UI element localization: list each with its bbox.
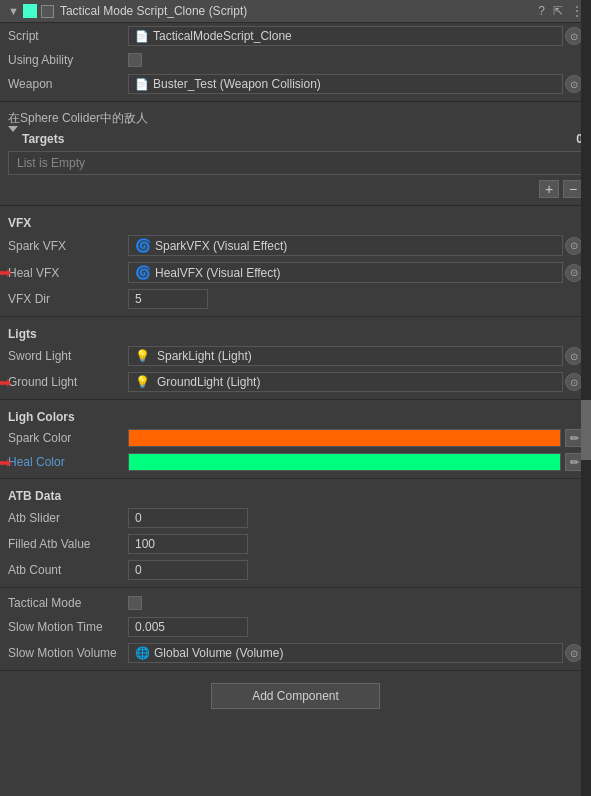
- scrollbar-thumb[interactable]: [581, 400, 591, 460]
- tactical-mode-checkbox[interactable]: [128, 596, 142, 610]
- using-ability-label: Using Ability: [8, 53, 128, 67]
- script-field[interactable]: 📄 TacticalModeScript_Clone: [128, 26, 563, 46]
- spark-vfx-field[interactable]: 🌀 SparkVFX (Visual Effect): [128, 235, 563, 256]
- divider-6: [0, 587, 591, 588]
- divider-4: [0, 399, 591, 400]
- atb-slider-label: Atb Slider: [8, 511, 128, 525]
- divider-2: [0, 205, 591, 206]
- atb-count-row: Atb Count 0: [0, 557, 591, 583]
- weapon-field[interactable]: 📄 Buster_Test (Weapon Collision): [128, 74, 563, 94]
- help-icon[interactable]: ?: [538, 4, 545, 18]
- heal-color-bar[interactable]: [128, 453, 561, 471]
- heal-vfx-arrow: ➡: [0, 263, 11, 282]
- filled-atb-text: 100: [135, 537, 155, 551]
- spark-color-bar[interactable]: [128, 429, 561, 447]
- chinese-label: 在Sphere Colider中的敌人: [0, 106, 591, 129]
- vfx-dir-row: VFX Dir 5: [0, 286, 591, 312]
- weapon-file-icon: 📄: [135, 78, 149, 91]
- inspector-content: Script 📄 TacticalModeScript_Clone ⊙ Usin…: [0, 23, 591, 709]
- sword-light-value: 💡 SparkLight (Light) ⊙: [128, 346, 583, 366]
- vfx-dir-field[interactable]: 5: [128, 289, 208, 309]
- heal-vfx-value-text: HealVFX (Visual Effect): [155, 266, 281, 280]
- spark-color-value: ✏: [128, 429, 583, 447]
- vfx-section-header: VFX: [0, 210, 591, 232]
- inspector-header: ▼ Tactical Mode Script_Clone (Script) ? …: [0, 0, 591, 23]
- slow-motion-time-text: 0.005: [135, 620, 165, 634]
- sword-light-icon: 💡: [135, 349, 150, 363]
- spark-vfx-label: Spark VFX: [8, 239, 128, 253]
- weapon-value: 📄 Buster_Test (Weapon Collision) ⊙: [128, 74, 583, 94]
- list-controls: + −: [0, 177, 591, 201]
- slow-motion-time-field[interactable]: 0.005: [128, 617, 248, 637]
- atb-slider-field[interactable]: 0: [128, 508, 248, 528]
- atb-slider-value: 0: [128, 508, 583, 528]
- vfx-dir-value: 5: [128, 289, 583, 309]
- ground-light-value: 💡 GroundLight (Light) ⊙: [128, 372, 583, 392]
- spark-vfx-value: 🌀 SparkVFX (Visual Effect) ⊙: [128, 235, 583, 256]
- slow-motion-volume-row: Slow Motion Volume 🌐 Global Volume (Volu…: [0, 640, 591, 666]
- ground-light-arrow: ➡: [0, 373, 11, 392]
- sword-light-label: Sword Light: [8, 349, 128, 363]
- slow-motion-volume-container: 🌐 Global Volume (Volume) ⊙: [128, 643, 583, 663]
- filled-atb-field[interactable]: 100: [128, 534, 248, 554]
- sword-light-row: Sword Light 💡 SparkLight (Light) ⊙: [0, 343, 591, 369]
- heal-vfx-icon: 🌀: [135, 265, 151, 280]
- spark-vfx-icon: 🌀: [135, 238, 151, 253]
- spark-vfx-field-container: 🌀 SparkVFX (Visual Effect) ⊙: [128, 235, 583, 256]
- ground-light-field[interactable]: 💡 GroundLight (Light): [128, 372, 563, 392]
- tactical-mode-label: Tactical Mode: [8, 596, 128, 610]
- atb-slider-row: Atb Slider 0: [0, 505, 591, 531]
- heal-vfx-field[interactable]: 🌀 HealVFX (Visual Effect): [128, 262, 563, 283]
- ligh-colors-label: Ligh Colors: [8, 410, 75, 424]
- checkbox-enabled[interactable]: [41, 5, 54, 18]
- using-ability-row: Using Ability: [0, 49, 591, 71]
- script-value: 📄 TacticalModeScript_Clone ⊙: [128, 26, 583, 46]
- atb-count-label: Atb Count: [8, 563, 128, 577]
- using-ability-value: [128, 53, 583, 67]
- list-remove-btn[interactable]: −: [563, 180, 583, 198]
- atb-count-field[interactable]: 0: [128, 560, 248, 580]
- heal-color-arrow: ➡: [0, 453, 11, 472]
- list-empty: List is Empty: [8, 151, 583, 175]
- sword-light-field[interactable]: 💡 SparkLight (Light): [128, 346, 563, 366]
- atb-count-value: 0: [128, 560, 583, 580]
- ground-light-value-text: GroundLight (Light): [157, 375, 260, 389]
- script-icon: [23, 4, 37, 18]
- dock-icon[interactable]: ⇱: [553, 4, 563, 18]
- arrow-down-icon: ▼: [8, 5, 19, 17]
- heal-vfx-row: ➡ Heal VFX 🌀 HealVFX (Visual Effect) ⊙: [0, 259, 591, 286]
- targets-row: Targets 0: [0, 129, 591, 149]
- sword-light-field-container: 💡 SparkLight (Light) ⊙: [128, 346, 583, 366]
- ligts-section-header: Ligts: [0, 321, 591, 343]
- heal-vfx-field-container: 🌀 HealVFX (Visual Effect) ⊙: [128, 262, 583, 283]
- filled-atb-label: Filled Atb Value: [8, 537, 128, 551]
- slow-motion-time-row: Slow Motion Time 0.005: [0, 614, 591, 640]
- heal-vfx-value: 🌀 HealVFX (Visual Effect) ⊙: [128, 262, 583, 283]
- window-title: Tactical Mode Script_Clone (Script): [60, 4, 532, 18]
- divider-7: [0, 670, 591, 671]
- using-ability-checkbox[interactable]: [128, 53, 142, 67]
- weapon-value-text: Buster_Test (Weapon Collision): [153, 77, 321, 91]
- weapon-label: Weapon: [8, 77, 128, 91]
- script-label: Script: [8, 29, 128, 43]
- weapon-row: Weapon 📄 Buster_Test (Weapon Collision) …: [0, 71, 591, 97]
- targets-label: Targets: [22, 132, 576, 146]
- spark-color-row: Spark Color ✏: [0, 426, 591, 450]
- script-value-text: TacticalModeScript_Clone: [153, 29, 292, 43]
- list-add-btn[interactable]: +: [539, 180, 559, 198]
- script-row: Script 📄 TacticalModeScript_Clone ⊙: [0, 23, 591, 49]
- add-component-btn[interactable]: Add Component: [211, 683, 380, 709]
- heal-vfx-label: Heal VFX: [8, 266, 128, 280]
- ligh-colors-header: Ligh Colors: [0, 404, 591, 426]
- vfx-dir-text: 5: [135, 292, 142, 306]
- header-icons: ▼: [8, 4, 54, 18]
- slow-motion-volume-icon: 🌐: [135, 646, 150, 660]
- targets-collapse-icon[interactable]: [8, 126, 18, 146]
- heal-color-label[interactable]: Heal Color: [8, 455, 128, 469]
- slow-motion-volume-field[interactable]: 🌐 Global Volume (Volume): [128, 643, 563, 663]
- sword-light-value-text: SparkLight (Light): [157, 349, 252, 363]
- targets-triangle[interactable]: [8, 132, 18, 146]
- script-field-container: 📄 TacticalModeScript_Clone ⊙: [128, 26, 583, 46]
- scrollbar[interactable]: [581, 0, 591, 796]
- divider-3: [0, 316, 591, 317]
